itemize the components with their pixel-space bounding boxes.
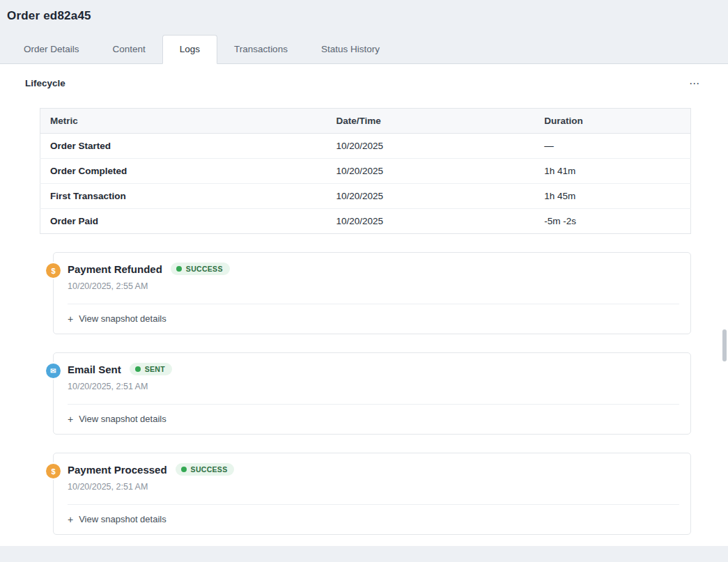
datetime-cell: 10/20/2025: [326, 209, 534, 234]
metric-cell: Order Completed: [40, 159, 327, 184]
dollar-icon: $: [46, 464, 61, 478]
email-icon: ✉: [46, 364, 61, 378]
status-badge-label: SENT: [145, 365, 165, 373]
table-header-row: Metric Date/Time Duration: [40, 109, 691, 134]
page-header: Order ed82a45: [0, 0, 728, 35]
lifecycle-header: Lifecycle ⋯: [25, 77, 703, 90]
event-timestamp: 10/20/2025, 2:55 AM: [68, 281, 679, 291]
table-row: Order Started 10/20/2025 —: [40, 134, 691, 159]
datetime-cell: 10/20/2025: [326, 134, 534, 159]
column-header-datetime: Date/Time: [326, 109, 534, 134]
status-dot-icon: [181, 467, 187, 472]
status-badge: SENT: [130, 363, 172, 375]
tab-transactions[interactable]: Transactions: [217, 36, 304, 63]
view-snapshot-details-toggle[interactable]: + View snapshot details: [68, 304, 679, 334]
event-title: Payment Processed: [68, 464, 167, 476]
logs-panel: Lifecycle ⋯ Metric Date/Time Duration Or…: [0, 64, 728, 546]
tab-content[interactable]: Content: [96, 36, 162, 63]
vertical-scrollbar[interactable]: [722, 329, 727, 361]
view-snapshot-details-label: View snapshot details: [79, 414, 166, 424]
duration-cell: —: [534, 134, 690, 159]
view-snapshot-details-label: View snapshot details: [79, 514, 166, 524]
event-title: Payment Refunded: [68, 263, 162, 275]
event-card-email-sent: ✉ Email Sent SENT 10/20/2025, 2:51 AM + …: [53, 352, 691, 435]
event-card-payment-refunded: $ Payment Refunded SUCCESS 10/20/2025, 2…: [53, 252, 691, 334]
datetime-cell: 10/20/2025: [326, 159, 534, 184]
event-title-row: Email Sent SENT: [68, 363, 679, 375]
status-badge-label: SUCCESS: [191, 465, 228, 474]
duration-cell: -5m -2s: [534, 209, 690, 234]
event-timestamp: 10/20/2025, 2:51 AM: [68, 382, 679, 391]
duration-cell: 1h 45m: [534, 184, 690, 209]
status-dot-icon: [135, 366, 141, 372]
tab-bar: Order Details Content Logs Transactions …: [0, 35, 728, 64]
event-card-payment-processed: $ Payment Processed SUCCESS 10/20/2025, …: [53, 453, 691, 535]
table-row: First Transaction 10/20/2025 1h 45m: [40, 184, 691, 209]
status-badge: SUCCESS: [171, 263, 230, 275]
page-title: Order ed82a45: [7, 9, 721, 23]
status-dot-icon: [176, 266, 182, 272]
view-snapshot-details-label: View snapshot details: [79, 313, 166, 324]
table-row: Order Completed 10/20/2025 1h 41m: [40, 159, 691, 184]
tab-status-history[interactable]: Status History: [304, 36, 396, 63]
duration-cell: 1h 41m: [534, 159, 690, 184]
view-snapshot-details-toggle[interactable]: + View snapshot details: [68, 404, 679, 434]
column-header-metric: Metric: [40, 109, 327, 134]
datetime-cell: 10/20/2025: [326, 184, 534, 209]
status-badge-label: SUCCESS: [186, 265, 223, 273]
tab-logs[interactable]: Logs: [162, 35, 217, 64]
metric-cell: Order Started: [40, 134, 327, 159]
plus-icon: +: [68, 314, 73, 324]
lifecycle-metrics-table: Metric Date/Time Duration Order Started …: [40, 108, 691, 234]
metric-cell: First Transaction: [40, 184, 327, 209]
column-header-duration: Duration: [534, 109, 690, 134]
event-title-row: Payment Refunded SUCCESS: [68, 263, 679, 275]
plus-icon: +: [68, 414, 73, 424]
metric-cell: Order Paid: [40, 209, 327, 234]
plus-icon: +: [68, 515, 73, 524]
table-row: Order Paid 10/20/2025 -5m -2s: [40, 209, 691, 234]
event-timestamp: 10/20/2025, 2:51 AM: [68, 482, 679, 492]
lifecycle-heading: Lifecycle: [25, 78, 65, 88]
event-title-row: Payment Processed SUCCESS: [68, 463, 679, 476]
ellipsis-menu-icon[interactable]: ⋯: [686, 77, 703, 90]
view-snapshot-details-toggle[interactable]: + View snapshot details: [68, 504, 679, 534]
tab-order-details[interactable]: Order Details: [7, 36, 96, 63]
event-title: Email Sent: [68, 364, 121, 375]
dollar-icon: $: [46, 263, 61, 278]
status-badge: SUCCESS: [176, 463, 235, 476]
